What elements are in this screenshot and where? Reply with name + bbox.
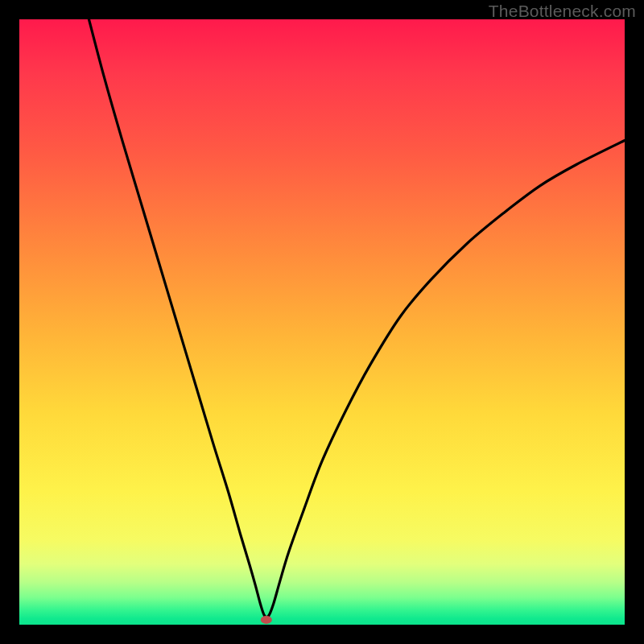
watermark: TheBottleneck.com [489, 2, 636, 21]
plot-area [19, 19, 625, 625]
optimum-marker [261, 616, 272, 624]
bottleneck-curve [89, 19, 625, 617]
chart-frame: TheBottleneck.com [0, 0, 644, 644]
curve-svg [19, 19, 625, 625]
